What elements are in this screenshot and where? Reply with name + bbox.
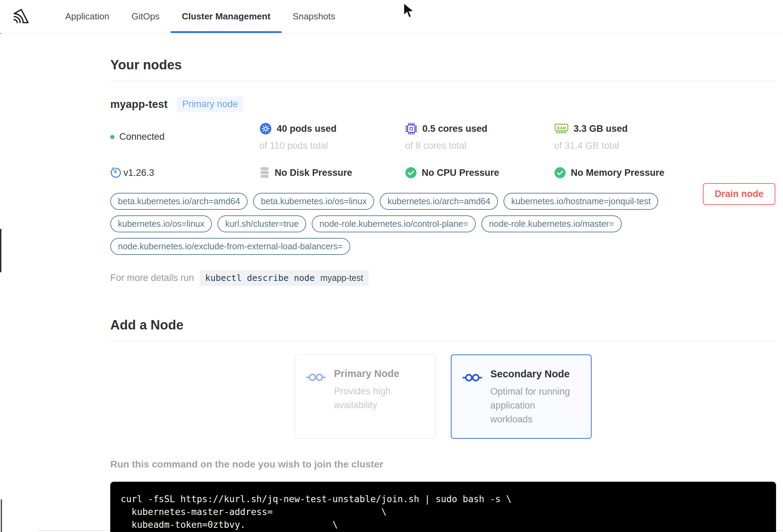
kurl-logo-icon: [10, 8, 29, 25]
join-command-terminal: curl -fsSL https://kurl.sh/jq-new-test-u…: [110, 482, 776, 532]
kubectl-command: kubectl describe node: [205, 273, 315, 283]
cores-total: of 8 cores total: [405, 140, 554, 151]
memory-stat: RAM 3.3 GB used of 31.4 GB total: [554, 122, 776, 151]
node-label-chip: beta.kubernetes.io/os=linux: [253, 193, 374, 210]
cpu-pressure-label: No CPU Pressure: [422, 168, 499, 178]
pods-stat: 40 pods used of 110 pods total: [259, 122, 405, 151]
kubernetes-icon: [259, 122, 272, 135]
memory-used: 3.3 GB used: [574, 123, 628, 134]
primary-node-title: Primary Node: [334, 368, 421, 379]
disk-icon: [259, 166, 270, 179]
tab-cluster-management[interactable]: Cluster Management: [171, 0, 282, 33]
pods-total: of 110 pods total: [259, 140, 405, 151]
add-node-heading: Add a Node: [110, 318, 776, 333]
your-nodes-heading: Your nodes: [110, 33, 776, 72]
version-icon: [110, 167, 121, 178]
secondary-node-title: Secondary Node: [490, 368, 577, 380]
svg-text:RAM: RAM: [557, 126, 566, 130]
top-nav: Application GitOps Cluster Management Sn…: [0, 0, 783, 33]
details-hint-text: For more details run: [110, 273, 194, 283]
tab-snapshots[interactable]: Snapshots: [282, 0, 346, 33]
tab-gitops[interactable]: GitOps: [120, 0, 171, 33]
drain-node-button[interactable]: Drain node: [703, 183, 775, 205]
secondary-node-description: Optimal for running application workload…: [490, 385, 577, 426]
pods-used: 40 pods used: [277, 123, 337, 134]
kubernetes-version: v1.26.3: [110, 166, 259, 179]
nodes-icon: [306, 372, 326, 427]
memory-total: of 31.4 GB total: [554, 140, 776, 151]
primary-node-option[interactable]: Primary Node Provides high availability: [295, 354, 436, 439]
node-label-chip: kubernetes.io/os=linux: [110, 215, 212, 232]
cluster-management-page: Application GitOps Cluster Management Sn…: [0, 0, 783, 532]
node-label-chip: node-role.kubernetes.io/control-plane=: [312, 215, 476, 232]
node-label-chip: beta.kubernetes.io/arch=amd64: [110, 193, 248, 210]
join-command-text: curl -fsSL https://kurl.sh/jq-new-test-u…: [121, 493, 766, 532]
details-hint-line: For more details run kubectl describe no…: [110, 270, 776, 286]
node-labels-section: Drain node beta.kubernetes.io/arch=amd64…: [110, 193, 776, 255]
disk-pressure-label: No Disk Pressure: [275, 168, 352, 178]
divider: [110, 341, 776, 341]
primary-node-badge: Primary node: [177, 96, 243, 112]
cpu-icon: [405, 122, 418, 135]
cores-stat: 0.5 cores used of 8 cores total: [405, 122, 554, 151]
node-name: myapp-test: [110, 98, 167, 111]
memory-pressure-label: No Memory Pressure: [571, 168, 664, 178]
tab-application[interactable]: Application: [54, 0, 120, 33]
node-header: myapp-test Primary node: [110, 96, 776, 112]
disk-pressure-condition: No Disk Pressure: [259, 166, 405, 179]
check-icon: [405, 167, 417, 179]
kubectl-command-arg: myapp-test: [320, 273, 363, 283]
check-icon: [554, 167, 566, 179]
kubectl-command-chip: kubectl describe node myapp-test: [200, 270, 369, 286]
nav-tabs: Application GitOps Cluster Management Sn…: [54, 0, 346, 33]
node-status: Connected: [110, 122, 259, 151]
memory-pressure-condition: No Memory Pressure: [554, 166, 776, 179]
node-type-options: Primary Node Provides high availability …: [110, 354, 776, 439]
main-content: Your nodes myapp-test Primary node Conne…: [110, 33, 776, 532]
node-label-chip: kurl.sh/cluster=true: [217, 215, 306, 232]
cores-used: 0.5 cores used: [422, 123, 488, 134]
window-left-edge: [1, 499, 2, 532]
join-command-instruction: Run this command on the node you wish to…: [110, 459, 776, 470]
secondary-node-option[interactable]: Secondary Node Optimal for running appli…: [451, 354, 592, 439]
node-label-chip: node.kubernetes.io/exclude-from-external…: [110, 238, 350, 255]
divider: [110, 81, 776, 81]
cpu-pressure-condition: No CPU Pressure: [405, 166, 554, 179]
node-label-chip: kubernetes.io/hostname=jonquil-test: [504, 193, 658, 210]
node-stats: Connected: [110, 122, 776, 179]
node-label-chip: kubernetes.io/arch=amd64: [380, 193, 498, 210]
status-label: Connected: [119, 131, 165, 142]
primary-node-description: Provides high availability: [334, 384, 421, 412]
version-label: v1.26.3: [123, 168, 154, 178]
ram-icon: RAM: [554, 122, 569, 135]
nodes-icon: [463, 372, 482, 426]
window-left-edge: [0, 229, 1, 272]
status-dot-icon: [110, 135, 114, 139]
node-label-chip: node-role.kubernetes.io/master=: [481, 215, 622, 232]
node-labels: beta.kubernetes.io/arch=amd64 beta.kuber…: [110, 193, 669, 255]
